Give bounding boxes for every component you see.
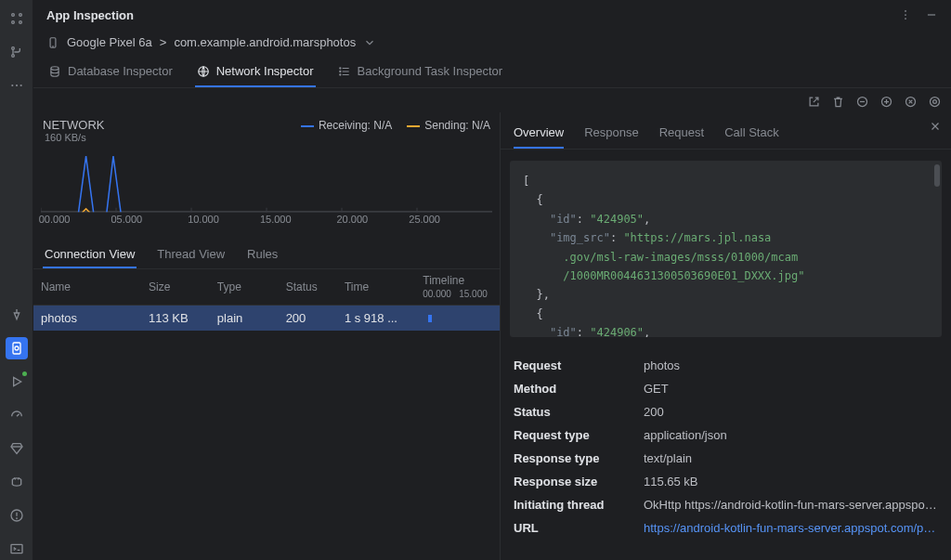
chart-legend: Receiving: N/A Sending: N/A: [301, 119, 490, 132]
globe-icon: [197, 65, 210, 78]
col-timeline[interactable]: Timeline 00.000 15.000: [415, 269, 500, 306]
export-icon[interactable]: [806, 94, 821, 109]
tab-label: Background Task Inspector: [358, 64, 503, 78]
col-status[interactable]: Status: [279, 269, 337, 306]
cell-name: photos: [33, 306, 141, 332]
tab-network-inspector[interactable]: Network Inspector: [195, 57, 316, 87]
tab-background-task-inspector[interactable]: Background Task Inspector: [336, 57, 505, 87]
svg-point-20: [339, 67, 340, 68]
detail-tab-overview[interactable]: Overview: [514, 118, 564, 149]
svg-point-7: [15, 85, 17, 86]
zoom-in-icon[interactable]: [879, 94, 893, 109]
breadcrumb-sep: >: [160, 35, 167, 49]
chart-plot[interactable]: [41, 147, 492, 212]
device-name: Google Pixel 6a: [67, 35, 152, 49]
rail-icon-terminal[interactable]: [6, 538, 28, 560]
svg-point-12: [16, 518, 17, 519]
tab-label: Network Inspector: [216, 64, 314, 78]
svg-point-10: [15, 346, 19, 350]
more-options-icon[interactable]: [899, 8, 912, 21]
cell-status: 200: [279, 306, 337, 332]
rail-icon-run[interactable]: [6, 371, 28, 393]
svg-point-1: [19, 14, 21, 17]
network-toolbar: [33, 88, 951, 112]
chevron-down-icon: [363, 36, 376, 49]
process-selector[interactable]: Google Pixel 6a > com.example.android.ma…: [33, 30, 951, 57]
table-header-row: Name Size Type Status Time Timeline 00.0…: [33, 269, 500, 306]
svg-point-26: [932, 99, 936, 103]
process-name: com.example.android.marsphotos: [174, 35, 356, 49]
svg-point-2: [11, 21, 14, 24]
col-time[interactable]: Time: [337, 269, 415, 306]
kv-reqtype: Request typeapplication/json: [514, 423, 938, 447]
svg-point-8: [20, 85, 21, 86]
kv-respsize: Response size115.65 kB: [514, 470, 938, 493]
list-icon: [338, 65, 351, 78]
cell-time: 1 s 918 ...: [337, 306, 415, 332]
cell-size: 113 KB: [141, 306, 210, 332]
conn-tab-thread-view[interactable]: Thread View: [155, 241, 227, 268]
rail-icon-app-inspection[interactable]: [6, 337, 28, 359]
chart-subtitle: 160 KB/s: [43, 132, 104, 143]
rail-icon-profiler[interactable]: [6, 404, 28, 426]
rail-icon-vcs[interactable]: [6, 41, 28, 63]
kv-status: Status200: [514, 400, 938, 423]
svg-point-15: [905, 14, 906, 16]
svg-point-6: [11, 85, 13, 86]
svg-point-18: [51, 66, 59, 70]
zoom-out-icon[interactable]: [854, 94, 869, 109]
kv-resptype: Response typetext/plain: [514, 447, 938, 470]
detail-tab-response[interactable]: Response: [584, 118, 639, 149]
settings-icon[interactable]: [927, 94, 942, 109]
svg-point-4: [11, 47, 14, 50]
chart-title: NETWORK: [43, 118, 104, 132]
detail-tab-callstack[interactable]: Call Stack: [724, 118, 779, 149]
kv-method: MethodGET: [514, 377, 938, 400]
svg-rect-9: [13, 343, 20, 354]
svg-point-14: [905, 10, 906, 12]
kv-url: URLhttps://android-kotlin-fun-mars-serve…: [514, 516, 938, 540]
inspector-tabs: Database Inspector Network Inspector Bac…: [33, 57, 951, 88]
conn-tab-connection-view[interactable]: Connection View: [43, 241, 137, 268]
scrollbar[interactable]: [934, 164, 940, 187]
tool-window-rail: [0, 0, 33, 560]
kv-request: Requestphotos: [514, 354, 938, 377]
table-row[interactable]: photos 113 KB plain 200 1 s 918 ...: [33, 306, 500, 332]
url-link[interactable]: https://android-kotlin-fun-mars-server.a…: [644, 521, 938, 535]
svg-point-5: [11, 55, 14, 58]
tab-database-inspector[interactable]: Database Inspector: [46, 57, 175, 87]
conn-tab-rules[interactable]: Rules: [245, 241, 280, 268]
response-preview[interactable]: [ { "id": "424905", "img_src": "https://…: [510, 161, 942, 337]
col-type[interactable]: Type: [210, 269, 279, 306]
rail-icon-problems[interactable]: [6, 504, 28, 527]
rail-icon-build[interactable]: [6, 304, 28, 326]
rail-icon-ruby[interactable]: [6, 437, 28, 460]
device-icon: [46, 36, 59, 49]
overview-details: Requestphotos MethodGET Status200 Reques…: [501, 346, 951, 553]
col-name[interactable]: Name: [33, 269, 141, 306]
tab-label: Database Inspector: [68, 64, 173, 78]
svg-rect-13: [11, 544, 22, 553]
chart-x-ticks: 00.000 05.000 10.000 15.000 20.000 25.00…: [41, 214, 492, 230]
svg-point-21: [339, 71, 340, 72]
close-icon[interactable]: [929, 120, 942, 136]
cell-timeline: [415, 306, 500, 332]
svg-point-22: [339, 73, 340, 74]
col-size[interactable]: Size: [141, 269, 210, 306]
minimize-icon[interactable]: [925, 8, 938, 21]
connection-tabs: Connection View Thread View Rules: [33, 236, 500, 269]
cell-type: plain: [210, 306, 279, 332]
detail-tabs: Overview Response Request Call Stack: [501, 112, 951, 150]
rail-icon-more[interactable]: [6, 74, 28, 97]
rail-icon-logcat[interactable]: [6, 471, 28, 493]
titlebar: App Inspection: [33, 0, 951, 30]
zoom-reset-icon[interactable]: [903, 94, 918, 109]
rail-icon-structure[interactable]: [6, 7, 28, 30]
svg-point-3: [19, 21, 21, 24]
svg-point-16: [905, 18, 906, 20]
window-title: App Inspection: [46, 8, 899, 22]
detail-tab-request[interactable]: Request: [659, 118, 704, 149]
network-chart[interactable]: NETWORK 160 KB/s Receiving: N/A Sending:…: [33, 112, 500, 236]
kv-thread: Initiating threadOkHttp https://android-…: [514, 493, 938, 516]
delete-icon[interactable]: [830, 94, 845, 109]
